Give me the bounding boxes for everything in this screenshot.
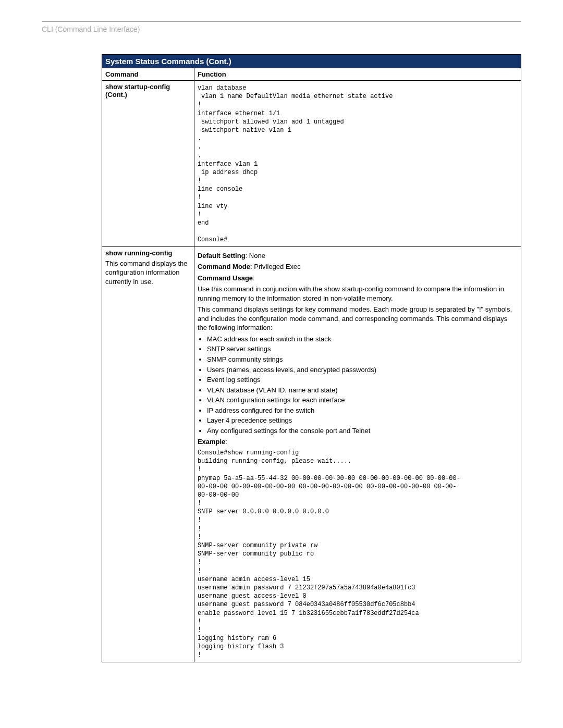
list-item: Users (names, access levels, and encrypt… <box>207 365 518 375</box>
cmd-desc: This command displays the configuration … <box>105 259 191 287</box>
list-item: Any configured settings for the console … <box>207 426 518 436</box>
breadcrumb: CLI (Command Line Interface) <box>42 25 521 33</box>
table-row: show running-config This command display… <box>102 246 521 662</box>
header-command: Command <box>102 68 194 81</box>
usage-paragraph-2: This command displays settings for key c… <box>198 305 518 332</box>
table-title: System Status Commands (Cont.) <box>102 55 521 68</box>
usage-paragraph-1: Use this command in conjunction with the… <box>198 285 518 303</box>
system-status-table: System Status Commands (Cont.) Command F… <box>102 54 521 662</box>
list-item: MAC address for each switch in the stack <box>207 335 518 344</box>
running-config-output: Console#show running-config building run… <box>198 449 518 660</box>
list-item: Layer 4 precedence settings <box>207 416 518 425</box>
cmd-name: show startup-config <box>105 83 191 91</box>
list-item: SNTP server settings <box>207 344 518 354</box>
startup-config-output: vlan database vlan 1 name DefaultVlan me… <box>198 84 518 244</box>
info-list: MAC address for each switch in the stack… <box>198 335 518 435</box>
table-row: show startup-config (Cont.) vlan databas… <box>102 81 521 247</box>
list-item: SNMP community strings <box>207 355 518 364</box>
default-setting-label: Default Setting <box>198 252 246 260</box>
list-item: VLAN database (VLAN ID, name and state) <box>207 386 518 395</box>
list-item: VLAN configuration settings for each int… <box>207 396 518 405</box>
cmd-name: show running-config <box>105 249 191 257</box>
list-item: Event log settings <box>207 375 518 385</box>
header-function: Function <box>194 68 521 81</box>
cmd-name-cont: (Cont.) <box>105 91 191 98</box>
example-label: Example <box>198 438 225 446</box>
command-mode-label: Command Mode <box>198 263 250 270</box>
command-mode-value: : Privileged Exec <box>250 263 301 270</box>
default-setting-value: : None <box>246 252 265 260</box>
command-usage-label: Command Usage <box>198 274 253 282</box>
list-item: IP address configured for the switch <box>207 406 518 415</box>
